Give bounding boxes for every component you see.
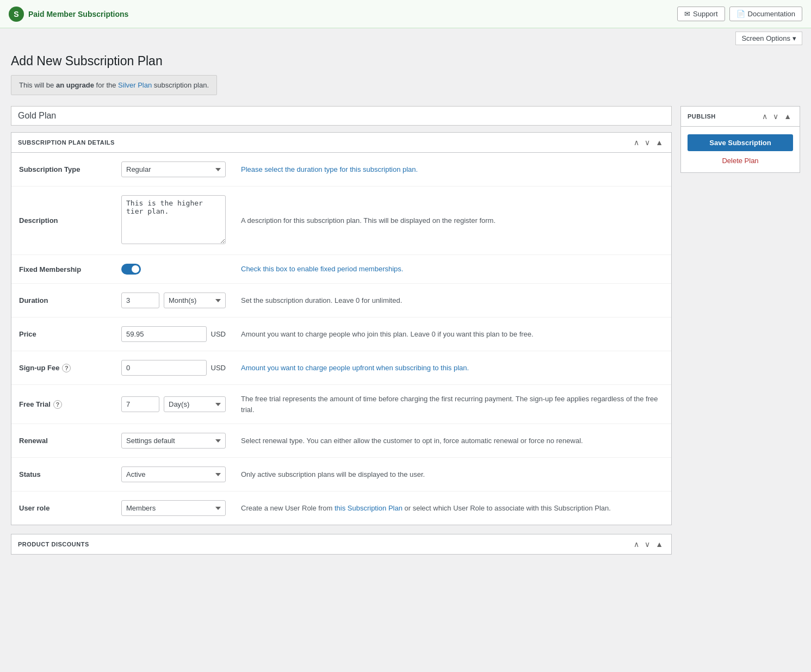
duration-unit-select[interactable]: Day(s) Week(s) Month(s) Year(s) [164, 293, 226, 308]
publish-collapse-down[interactable]: ∨ [771, 112, 780, 121]
user-role-select[interactable]: Members Subscriber Administrator [121, 500, 226, 516]
app-name: Paid Member Subscriptions [28, 10, 128, 18]
subscription-type-select[interactable]: Regular Free Paid [121, 161, 226, 177]
subscription-type-label: Subscription Type [19, 165, 106, 173]
subscription-type-hint: Please select the duration type for this… [241, 165, 418, 173]
publish-collapse-up[interactable]: ∧ [760, 112, 769, 121]
signup-fee-inputs: USD [121, 360, 226, 376]
metabox-collapse-down[interactable]: ∨ [643, 138, 652, 147]
renewal-select[interactable]: Settings default Force automatic renewal… [121, 433, 226, 449]
description-hint: A description for this subscription plan… [241, 216, 496, 225]
status-label: Status [19, 470, 106, 478]
page-title: Add New Subscription Plan [11, 54, 800, 69]
documentation-button[interactable]: 📄 Documentation [729, 7, 802, 21]
product-discounts-header: PRODUCT DISCOUNTS ∧ ∨ ▲ [11, 534, 671, 554]
documentation-icon: 📄 [736, 10, 745, 18]
logo-icon: S [9, 7, 24, 22]
free-trial-hint: The free trial represents the amount of … [241, 395, 658, 414]
user-role-hint: Create a new User Role from this Subscri… [241, 504, 611, 512]
duration-hint: Set the subscription duration. Leave 0 f… [241, 296, 402, 304]
description-textarea[interactable]: This is the higher tier plan. [121, 195, 226, 244]
free-trial-inputs: Day(s) Week(s) Month(s) [121, 396, 226, 412]
silver-plan-link[interactable]: Silver Plan [118, 81, 152, 89]
free-trial-label: Free Trial ? [19, 400, 106, 409]
top-bar-actions: ✉ Support 📄 Documentation [677, 7, 802, 21]
app-logo: S Paid Member Subscriptions [9, 7, 128, 22]
product-discounts-collapse-up[interactable]: ∧ [632, 540, 641, 549]
user-role-row: User role Members Subscriber Administrat… [11, 491, 671, 525]
publish-title: PUBLISH [688, 113, 716, 120]
product-discounts-collapse-down[interactable]: ∨ [643, 540, 652, 549]
duration-number-input[interactable] [121, 293, 159, 308]
delete-plan-button[interactable]: Delete Plan [688, 157, 793, 165]
fixed-membership-toggle[interactable] [121, 264, 141, 275]
documentation-label: Documentation [748, 10, 795, 18]
top-bar: S Paid Member Subscriptions ✉ Support 📄 … [0, 0, 811, 28]
duration-inputs: Day(s) Week(s) Month(s) Year(s) [121, 293, 226, 308]
price-currency: USD [211, 330, 226, 338]
metabox-title: SUBSCRIPTION PLAN DETAILS [18, 139, 115, 146]
save-subscription-button[interactable]: Save Subscription [688, 134, 793, 151]
price-row: Price USD Amount you want to charge peop… [11, 318, 671, 351]
price-label: Price [19, 330, 106, 338]
signup-fee-hint: Amount you want to charge people upfront… [241, 364, 469, 372]
publish-controls: ∧ ∨ ▲ [760, 112, 793, 121]
free-trial-row: Free Trial ? Day(s) Week(s) Month(s) [11, 385, 671, 424]
screen-options-label: Screen Options [741, 34, 790, 42]
subscription-type-row: Subscription Type Regular Free Paid Plea… [11, 153, 671, 186]
description-row: Description This is the higher tier plan… [11, 186, 671, 255]
subscription-details-metabox: SUBSCRIPTION PLAN DETAILS ∧ ∨ ▲ Subscrip… [11, 132, 672, 525]
user-role-label: User role [19, 504, 106, 512]
renewal-label: Renewal [19, 437, 106, 445]
publish-body: Save Subscription Delete Plan [681, 127, 800, 172]
description-label: Description [19, 216, 106, 225]
status-select[interactable]: Active Inactive [121, 466, 226, 482]
fixed-membership-row: Fixed Membership Check this box to enabl… [11, 255, 671, 284]
signup-fee-currency: USD [211, 364, 226, 372]
metabox-collapse-up[interactable]: ∧ [632, 138, 641, 147]
metabox-expand[interactable]: ▲ [654, 138, 665, 147]
metabox-controls: ∧ ∨ ▲ [632, 138, 665, 147]
upgrade-notice: This will be an upgrade for the Silver P… [11, 75, 217, 95]
product-discounts-title: PRODUCT DISCOUNTS [18, 541, 89, 547]
renewal-hint: Select renewal type. You can either allo… [241, 437, 583, 445]
signup-fee-row: Sign-up Fee ? USD Amount you want to cha… [11, 351, 671, 385]
toggle-wrap [121, 264, 226, 275]
right-column: PUBLISH ∧ ∨ ▲ Save Subscription Delete P… [680, 106, 800, 173]
price-input[interactable] [121, 326, 207, 342]
signup-fee-help-icon: ? [62, 364, 71, 372]
toggle-slider [121, 264, 141, 275]
main-layout: SUBSCRIPTION PLAN DETAILS ∧ ∨ ▲ Subscrip… [11, 106, 800, 563]
support-label: Support [693, 10, 718, 18]
duration-label: Duration [19, 296, 106, 304]
screen-options-bar: Screen Options ▾ [0, 28, 811, 48]
product-discounts-metabox: PRODUCT DISCOUNTS ∧ ∨ ▲ [11, 534, 672, 555]
product-discounts-expand[interactable]: ▲ [654, 540, 665, 549]
publish-header: PUBLISH ∧ ∨ ▲ [681, 107, 800, 127]
logo-letter: S [14, 10, 18, 18]
screen-options-chevron: ▾ [793, 34, 796, 42]
support-button[interactable]: ✉ Support [677, 7, 725, 21]
fixed-membership-label: Fixed Membership [19, 265, 106, 273]
plan-details-table: Subscription Type Regular Free Paid Plea… [11, 153, 671, 525]
screen-options-button[interactable]: Screen Options ▾ [735, 32, 802, 45]
page-content: Add New Subscription Plan This will be a… [0, 48, 811, 574]
plan-name-input[interactable] [11, 106, 672, 126]
upgrade-bold: an upgrade [56, 81, 94, 89]
free-trial-unit-select[interactable]: Day(s) Week(s) Month(s) [164, 396, 226, 412]
fixed-membership-hint: Check this box to enable fixed period me… [241, 265, 403, 273]
free-trial-help-icon: ? [53, 400, 62, 409]
support-icon: ✉ [684, 10, 690, 18]
signup-fee-input[interactable] [121, 360, 207, 376]
price-inputs: USD [121, 326, 226, 342]
signup-fee-label: Sign-up Fee ? [19, 364, 106, 372]
free-trial-number-input[interactable] [121, 396, 159, 412]
publish-expand[interactable]: ▲ [782, 112, 793, 121]
user-role-link[interactable]: this Subscription Plan [335, 504, 403, 512]
publish-box: PUBLISH ∧ ∨ ▲ Save Subscription Delete P… [680, 106, 800, 173]
product-discounts-controls: ∧ ∨ ▲ [632, 540, 665, 549]
status-row: Status Active Inactive Only active subsc… [11, 458, 671, 491]
price-hint: Amount you want to charge people who joi… [241, 330, 534, 338]
renewal-row: Renewal Settings default Force automatic… [11, 424, 671, 458]
status-hint: Only active subscription plans will be d… [241, 470, 425, 478]
